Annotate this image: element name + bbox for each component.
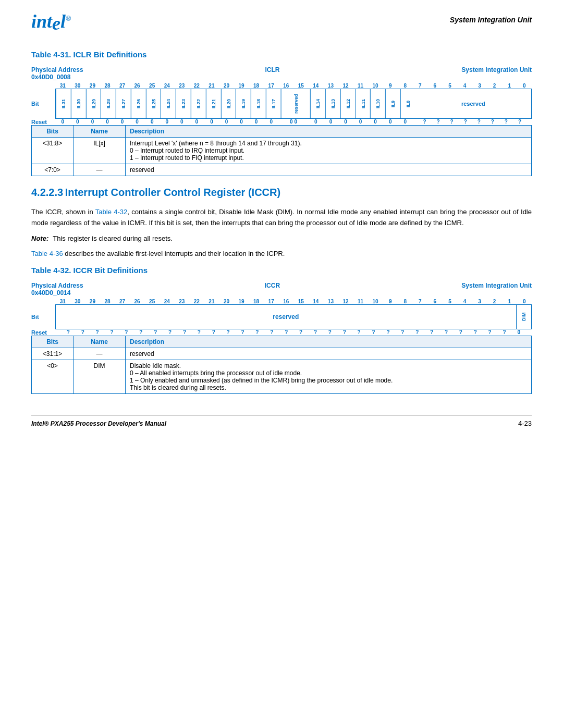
cell-il28: IL28	[101, 89, 116, 118]
table-31-title: Table 4-31. ICLR Bit Definitions	[31, 50, 532, 59]
cell-il29: IL29	[86, 89, 101, 118]
cell-il22: IL22	[191, 89, 206, 118]
footer-right: 4-23	[518, 419, 532, 427]
desc-cell-32-0: reserved	[126, 348, 532, 360]
reg-grid-31: IL31 IL30 IL29 IL28 IL27 IL26 IL25 IL24 …	[55, 89, 532, 119]
table-row: <7:0> — reserved	[32, 164, 532, 176]
table-32-header: Physical Address 0x40D0_0014 ICCR System…	[31, 282, 532, 297]
name-cell-31-1: —	[74, 164, 126, 176]
sys-unit-col-32: System Integration Unit	[461, 282, 532, 297]
desc-table-31: Bits Name Description <31:8> IL[x] Inter…	[31, 125, 532, 176]
phys-addr-col-31: Physical Address 0x40D0_0008	[31, 66, 83, 81]
name-cell-31-0: IL[x]	[74, 137, 126, 164]
cell-il9: IL9	[385, 89, 400, 118]
reg-name-col-32: ICCR	[265, 282, 280, 297]
note-line: Note: This register is cleared during al…	[31, 235, 532, 242]
cell-il8: IL8	[400, 89, 415, 118]
logo-e: e	[52, 13, 60, 34]
reset-row-32: Reset ? ? ? ? ? ? ? ? ? ? ? ? ? ? ? ? ? …	[31, 329, 532, 336]
bit-label-32: Bit	[31, 304, 55, 329]
desc-cell-32-1: Disable Idle mask. 0 – All enabled inter…	[126, 360, 532, 394]
bit-numbers-31: 31 30 29 28 27 26 25 24 23 22 21 20 19 1…	[31, 83, 532, 89]
cell-dim: DIM	[517, 305, 531, 329]
col-header-desc-32: Description	[126, 336, 532, 348]
bits-cell-31-1: <7:0>	[32, 164, 74, 176]
reset-vals-32: ? ? ? ? ? ? ? ? ? ? ? ? ? ? ? ? ? ? ? ? …	[55, 329, 532, 336]
cell-il20: IL20	[221, 89, 236, 118]
section-423-body: The ICCR, shown in Table 4-32, contains …	[31, 207, 532, 229]
table-row: <31:8> IL[x] Interrupt Level 'x' (where …	[32, 137, 532, 164]
bits-cell-31-0: <31:8>	[32, 137, 74, 164]
footer-left: Intel® PXA255 Processor Developer's Manu…	[31, 420, 166, 427]
name-cell-32-0: —	[74, 348, 126, 360]
logo-registered: ®	[66, 15, 71, 22]
table-31-container: Table 4-31. ICLR Bit Definitions Physica…	[31, 50, 532, 176]
table-36-link[interactable]: Table 4-36	[31, 250, 63, 257]
cell-reserved-31-1: reserved	[56, 305, 517, 329]
table-32-title: Table 4-32. ICCR Bit Definitions	[31, 266, 532, 275]
cell-il23: IL23	[176, 89, 191, 118]
cell-il18: IL18	[251, 89, 266, 118]
cell-il21: IL21	[206, 89, 221, 118]
desc-table-32: Bits Name Description <31:1> — reserved …	[31, 336, 532, 394]
note-text: This register is cleared during all rese…	[53, 235, 173, 242]
reg-cells-31: Bit IL31 IL30 IL29 IL28 IL27 IL26 IL25 I…	[31, 89, 532, 119]
cell-il14: IL14	[310, 89, 325, 118]
sys-unit-col-31: System Integration Unit	[461, 66, 532, 81]
phys-addr-col-32: Physical Address 0x40D0_0014	[31, 282, 83, 297]
bit-numbers-32: 31 30 29 28 27 26 25 24 23 22 21 20 19 1…	[31, 299, 532, 304]
section-423-heading: 4.2.2.3 Interrupt Controller Control Reg…	[31, 187, 532, 199]
name-cell-32-1: DIM	[74, 360, 126, 394]
cell-il11: IL11	[356, 89, 371, 118]
cell-il26: IL26	[131, 89, 146, 118]
cell-il30: IL30	[71, 89, 86, 118]
table-32-link[interactable]: Table 4-32	[95, 208, 127, 216]
reset-row-31: Reset 0 0 0 0 0 0 0 0 0 0 0 0 0 0 0 0 0 …	[31, 119, 532, 125]
col-header-bits-31: Bits	[32, 125, 74, 137]
col-header-desc-31: Description	[126, 125, 532, 137]
page-footer: Intel® PXA255 Processor Developer's Manu…	[31, 415, 532, 427]
cell-reserved-7-0: reserved	[415, 89, 531, 118]
reset-label-32: Reset	[31, 329, 55, 336]
cell-il25: IL25	[146, 89, 161, 118]
col-header-name-31: Name	[74, 125, 126, 137]
bits-cell-32-0: <31:1>	[32, 348, 74, 360]
bits-cell-32-1: <0>	[32, 360, 74, 394]
cell-il10: IL10	[370, 89, 385, 118]
header-unit: System Integration Unit	[450, 10, 532, 24]
bit-label-31: Bit	[31, 89, 55, 119]
cell-il24: IL24	[161, 89, 176, 118]
table-31-header: Physical Address 0x40D0_0008 ICLR System…	[31, 66, 532, 81]
col-header-name-32: Name	[74, 336, 126, 348]
cell-il27: IL27	[116, 89, 131, 118]
cell-il19: IL19	[236, 89, 251, 118]
cell-il12: IL12	[340, 89, 356, 118]
cell-il17: IL17	[266, 89, 281, 118]
cell-il31: IL31	[56, 89, 71, 118]
table-36-link-line: Table 4-36 describes the available first…	[31, 249, 532, 260]
table-row: <0> DIM Disable Idle mask. 0 – All enabl…	[32, 360, 532, 394]
table-32-container: Table 4-32. ICCR Bit Definitions Physica…	[31, 266, 532, 394]
reg-grid-32: reserved DIM	[55, 304, 532, 329]
intel-logo: intel®	[31, 10, 71, 34]
table-row: <31:1> — reserved	[32, 348, 532, 360]
desc-cell-31-1: reserved	[126, 164, 532, 176]
note-label: Note:	[31, 235, 48, 242]
cell-il13: IL13	[325, 89, 340, 118]
cell-reserved-16-15: reserved	[281, 89, 311, 118]
link-suffix: describes the available first-level inte…	[63, 250, 285, 257]
page-header: intel® System Integration Unit	[31, 10, 532, 34]
desc-cell-31-0: Interrupt Level 'x' (where n = 8 through…	[126, 137, 532, 164]
reg-cells-32: Bit reserved DIM	[31, 304, 532, 329]
reset-vals-31: 0 0 0 0 0 0 0 0 0 0 0 0 0 0 0 0 0 0 0 0 …	[55, 119, 532, 125]
reset-label-31: Reset	[31, 119, 55, 125]
reg-name-col-31: ICLR	[265, 66, 279, 81]
col-header-bits-32: Bits	[32, 336, 74, 348]
